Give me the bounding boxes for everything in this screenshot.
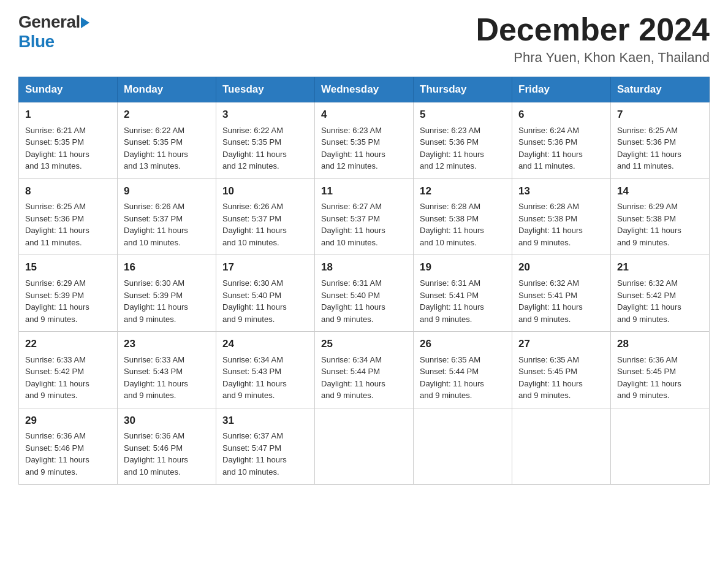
calendar-cell: 2Sunrise: 6:22 AMSunset: 5:35 PMDaylight… xyxy=(118,102,216,179)
day-number: 4 xyxy=(321,107,407,123)
day-number: 20 xyxy=(518,260,604,275)
title-block: December 2024 Phra Yuen, Khon Kaen, Thai… xyxy=(476,12,710,66)
calendar-cell: 31Sunrise: 6:37 AMSunset: 5:47 PMDayligh… xyxy=(216,408,315,484)
day-number: 16 xyxy=(124,260,210,275)
day-info: Sunrise: 6:30 AMSunset: 5:40 PMDaylight:… xyxy=(222,277,308,325)
day-info: Sunrise: 6:27 AMSunset: 5:37 PMDaylight:… xyxy=(321,201,407,248)
day-number: 25 xyxy=(321,337,407,352)
logo-general: General xyxy=(18,12,80,32)
day-info: Sunrise: 6:37 AMSunset: 5:47 PMDaylight:… xyxy=(222,430,308,478)
day-info: Sunrise: 6:34 AMSunset: 5:44 PMDaylight:… xyxy=(321,354,407,402)
logo-arrow-icon xyxy=(81,17,89,28)
day-info: Sunrise: 6:22 AMSunset: 5:35 PMDaylight:… xyxy=(124,124,210,172)
calendar-cell: 1Sunrise: 6:21 AMSunset: 5:35 PMDaylight… xyxy=(19,102,118,179)
calendar-cell: 23Sunrise: 6:33 AMSunset: 5:43 PMDayligh… xyxy=(118,332,216,408)
day-number: 12 xyxy=(420,184,506,199)
calendar-cell: 4Sunrise: 6:23 AMSunset: 5:35 PMDaylight… xyxy=(315,102,414,179)
day-info: Sunrise: 6:33 AMSunset: 5:43 PMDaylight:… xyxy=(124,354,210,402)
calendar-cell: 20Sunrise: 6:32 AMSunset: 5:41 PMDayligh… xyxy=(512,255,611,332)
day-number: 18 xyxy=(321,260,407,275)
calendar-cell: 19Sunrise: 6:31 AMSunset: 5:41 PMDayligh… xyxy=(414,255,512,332)
calendar-cell: 12Sunrise: 6:28 AMSunset: 5:38 PMDayligh… xyxy=(414,178,512,255)
calendar-cell xyxy=(315,408,414,484)
calendar-cell: 26Sunrise: 6:35 AMSunset: 5:44 PMDayligh… xyxy=(414,332,512,408)
weekday-header: Friday xyxy=(512,77,611,102)
weekday-header-row: SundayMondayTuesdayWednesdayThursdayFrid… xyxy=(19,77,710,102)
weekday-header: Monday xyxy=(118,77,216,102)
day-number: 10 xyxy=(222,184,308,199)
day-number: 30 xyxy=(124,413,210,429)
day-number: 14 xyxy=(617,184,703,199)
day-info: Sunrise: 6:31 AMSunset: 5:40 PMDaylight:… xyxy=(321,277,407,325)
calendar-cell: 13Sunrise: 6:28 AMSunset: 5:38 PMDayligh… xyxy=(512,178,611,255)
day-number: 26 xyxy=(420,337,506,352)
day-info: Sunrise: 6:25 AMSunset: 5:36 PMDaylight:… xyxy=(617,124,703,172)
calendar-cell: 24Sunrise: 6:34 AMSunset: 5:43 PMDayligh… xyxy=(216,332,315,408)
day-info: Sunrise: 6:32 AMSunset: 5:42 PMDaylight:… xyxy=(617,277,703,325)
day-info: Sunrise: 6:26 AMSunset: 5:37 PMDaylight:… xyxy=(222,201,308,248)
day-number: 7 xyxy=(617,107,703,123)
calendar-cell: 9Sunrise: 6:26 AMSunset: 5:37 PMDaylight… xyxy=(118,178,216,255)
day-number: 28 xyxy=(617,337,703,352)
day-number: 17 xyxy=(222,260,308,275)
weekday-header: Thursday xyxy=(414,77,512,102)
calendar-cell: 28Sunrise: 6:36 AMSunset: 5:45 PMDayligh… xyxy=(611,332,710,408)
month-title: December 2024 xyxy=(476,12,710,47)
day-info: Sunrise: 6:35 AMSunset: 5:45 PMDaylight:… xyxy=(518,354,604,402)
logo: General Blue xyxy=(18,12,89,52)
day-number: 27 xyxy=(518,337,604,352)
calendar-week-row: 29Sunrise: 6:36 AMSunset: 5:46 PMDayligh… xyxy=(19,408,710,484)
day-number: 24 xyxy=(222,337,308,352)
calendar-cell: 15Sunrise: 6:29 AMSunset: 5:39 PMDayligh… xyxy=(19,255,118,332)
weekday-header: Saturday xyxy=(611,77,710,102)
weekday-header: Sunday xyxy=(19,77,118,102)
day-info: Sunrise: 6:30 AMSunset: 5:39 PMDaylight:… xyxy=(124,277,210,325)
calendar-cell: 29Sunrise: 6:36 AMSunset: 5:46 PMDayligh… xyxy=(19,408,118,484)
day-info: Sunrise: 6:36 AMSunset: 5:46 PMDaylight:… xyxy=(25,430,111,478)
day-info: Sunrise: 6:28 AMSunset: 5:38 PMDaylight:… xyxy=(518,201,604,248)
day-info: Sunrise: 6:26 AMSunset: 5:37 PMDaylight:… xyxy=(124,201,210,248)
calendar-cell xyxy=(512,408,611,484)
location: Phra Yuen, Khon Kaen, Thailand xyxy=(476,50,710,66)
day-number: 11 xyxy=(321,184,407,199)
day-number: 1 xyxy=(25,107,111,123)
calendar-cell: 16Sunrise: 6:30 AMSunset: 5:39 PMDayligh… xyxy=(118,255,216,332)
day-number: 3 xyxy=(222,107,308,123)
day-number: 21 xyxy=(617,260,703,275)
day-number: 9 xyxy=(124,184,210,199)
calendar-cell: 11Sunrise: 6:27 AMSunset: 5:37 PMDayligh… xyxy=(315,178,414,255)
day-info: Sunrise: 6:36 AMSunset: 5:46 PMDaylight:… xyxy=(124,430,210,478)
calendar-cell: 7Sunrise: 6:25 AMSunset: 5:36 PMDaylight… xyxy=(611,102,710,179)
weekday-header: Wednesday xyxy=(315,77,414,102)
calendar-cell: 21Sunrise: 6:32 AMSunset: 5:42 PMDayligh… xyxy=(611,255,710,332)
day-info: Sunrise: 6:29 AMSunset: 5:39 PMDaylight:… xyxy=(25,277,111,325)
day-number: 31 xyxy=(222,413,308,429)
day-info: Sunrise: 6:23 AMSunset: 5:35 PMDaylight:… xyxy=(321,124,407,172)
logo-blue: Blue xyxy=(18,32,55,51)
calendar-cell: 14Sunrise: 6:29 AMSunset: 5:38 PMDayligh… xyxy=(611,178,710,255)
calendar-cell: 8Sunrise: 6:25 AMSunset: 5:36 PMDaylight… xyxy=(19,178,118,255)
calendar-cell: 3Sunrise: 6:22 AMSunset: 5:35 PMDaylight… xyxy=(216,102,315,179)
calendar-cell: 6Sunrise: 6:24 AMSunset: 5:36 PMDaylight… xyxy=(512,102,611,179)
calendar-cell: 10Sunrise: 6:26 AMSunset: 5:37 PMDayligh… xyxy=(216,178,315,255)
calendar-cell xyxy=(414,408,512,484)
weekday-header: Tuesday xyxy=(216,77,315,102)
day-number: 15 xyxy=(25,260,111,275)
day-info: Sunrise: 6:32 AMSunset: 5:41 PMDaylight:… xyxy=(518,277,604,325)
calendar-cell: 27Sunrise: 6:35 AMSunset: 5:45 PMDayligh… xyxy=(512,332,611,408)
calendar-week-row: 8Sunrise: 6:25 AMSunset: 5:36 PMDaylight… xyxy=(19,178,710,255)
calendar-cell: 18Sunrise: 6:31 AMSunset: 5:40 PMDayligh… xyxy=(315,255,414,332)
calendar-cell: 5Sunrise: 6:23 AMSunset: 5:36 PMDaylight… xyxy=(414,102,512,179)
day-info: Sunrise: 6:25 AMSunset: 5:36 PMDaylight:… xyxy=(25,201,111,248)
calendar-week-row: 15Sunrise: 6:29 AMSunset: 5:39 PMDayligh… xyxy=(19,255,710,332)
calendar-cell: 17Sunrise: 6:30 AMSunset: 5:40 PMDayligh… xyxy=(216,255,315,332)
day-info: Sunrise: 6:21 AMSunset: 5:35 PMDaylight:… xyxy=(25,124,111,172)
day-info: Sunrise: 6:36 AMSunset: 5:45 PMDaylight:… xyxy=(617,354,703,402)
day-info: Sunrise: 6:33 AMSunset: 5:42 PMDaylight:… xyxy=(25,354,111,402)
day-info: Sunrise: 6:35 AMSunset: 5:44 PMDaylight:… xyxy=(420,354,506,402)
page-header: General Blue December 2024 Phra Yuen, Kh… xyxy=(18,12,710,66)
day-number: 13 xyxy=(518,184,604,199)
day-number: 8 xyxy=(25,184,111,199)
calendar-cell xyxy=(611,408,710,484)
day-number: 2 xyxy=(124,107,210,123)
